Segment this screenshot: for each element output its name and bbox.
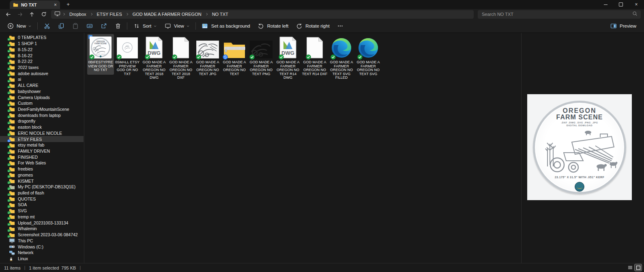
file-item-0small-etsy-preview-god-or-no-txt[interactable]: 0SMALL ETSY PREVIEW GOD OR NO TXT [114, 34, 141, 78]
sidebar-item-for-web-sales[interactable]: For Web Sales [0, 160, 84, 166]
sidebar-item-0-templates[interactable]: 0 TEMPLATES [0, 35, 84, 41]
sidebar-item-kismet[interactable]: KISMET [0, 178, 84, 184]
sidebar-item-gnomes[interactable]: gnomes [0, 172, 84, 178]
sidebar-item-deerfamilymountainscene[interactable]: DeerFamilyMountainScene [0, 106, 84, 112]
details-view-toggle[interactable] [627, 264, 633, 271]
search-box[interactable] [478, 10, 641, 19]
sidebar-item-1-shop-1[interactable]: 1 SHOP 1 [0, 41, 84, 47]
pane-divider[interactable] [84, 33, 84, 263]
synced-badge-icon [7, 73, 11, 76]
sidebar-item-etsy-files[interactable]: ETSY FILES [0, 136, 84, 142]
share-button[interactable] [97, 21, 111, 31]
rotate-left-icon [258, 23, 264, 30]
file-item-god-made-a-farmer-oregon-no-text-2018-dwg[interactable]: DWGGOD MADE A FARMER OREGON NO TEXT 2018… [141, 34, 167, 82]
farm-scene-illustration [539, 127, 620, 176]
file-item-god-made-a-farmer-oregon-no-text-r14-dwg[interactable]: DWGGOD MADE A FARMER OREGON NO TEXT R14 … [275, 34, 301, 82]
file-item-god-made-a-farmer-oregon-no-text-png[interactable]: GOD MADE A FARMER OREGON NO TEXT PNG [248, 34, 275, 78]
breadcrumb-chevron-icon[interactable] [90, 12, 94, 16]
large-thumbnails-view-toggle[interactable] [635, 264, 642, 271]
search-icon[interactable] [632, 11, 638, 18]
sidebar-item-etsy-metal-fab[interactable]: etsy metal fab [0, 142, 84, 148]
breadcrumb-chevron-icon[interactable] [125, 12, 129, 16]
sidebar-item-screenshot-2023-03-06-084742[interactable]: Screenshot 2023-03-06 084742 [0, 232, 84, 238]
sidebar-item-pulled-of-flash[interactable]: pulled of flash [0, 190, 84, 196]
sidebar-item-my-pc-desktop-db13q1e[interactable]: My PC (DESKTOP-DB13Q1E) [0, 184, 84, 190]
breadcrumb-chevron-icon[interactable] [62, 12, 66, 16]
sidebar-item-babyshower[interactable]: babyshower [0, 88, 84, 94]
breadcrumb[interactable]: DropboxETSY FILESGOD MADE A FARMER OREGO… [51, 10, 474, 19]
more-options-button[interactable] [333, 21, 348, 31]
search-input[interactable] [481, 11, 632, 17]
sidebar-item-quotes[interactable]: QUOTES [0, 196, 84, 202]
sidebar-item-whalemin[interactable]: Whalemin [0, 226, 84, 232]
sidebar-item-downloads-from-laptop[interactable]: downloads from laptop [0, 112, 84, 118]
synced-badge-icon [7, 211, 11, 214]
preview-toggle-button[interactable]: Preview [606, 21, 640, 31]
paste-button[interactable] [68, 21, 82, 31]
file-item-god-made-a-farmer-oregon-no-text-r14-dxf[interactable]: GOD MADE A FARMER OREGON NO TEXT R14 DXF [301, 34, 328, 78]
minimize-button[interactable] [598, 0, 613, 9]
sidebar-item-eric-nicole-nicole[interactable]: ERIC NICOLE NICOLE [0, 130, 84, 136]
sidebar-item-label: Whalemin [18, 226, 37, 231]
maximize-button[interactable] [613, 0, 629, 9]
breadcrumb-segment-god-made-a-farmer-oregon[interactable]: GOD MADE A FARMER OREGON [130, 11, 204, 17]
file-item-god-made-a-farmer-oregon-no-text[interactable]: GOD MADE A FARMER OREGON NO TEXT [221, 34, 248, 78]
copy-button[interactable] [54, 21, 68, 31]
sidebar-item-label: For Web Sales [18, 160, 46, 165]
sidebar-item-dragonfly[interactable]: dragonfly [0, 118, 84, 124]
cut-button[interactable] [40, 21, 54, 31]
forward-button[interactable] [14, 10, 26, 19]
refresh-button[interactable] [38, 10, 49, 19]
new-button[interactable]: New [3, 21, 35, 31]
sidebar-item-linux[interactable]: Linux [0, 256, 84, 262]
sidebar-item-easton-block[interactable]: easton block [0, 124, 84, 130]
file-item-god-made-a-farmer-oregon-no-text-svg-filled[interactable]: GOD MADE A FARMER OREGON NO TEXT SVG FIL… [328, 34, 355, 82]
close-button[interactable]: × [629, 0, 644, 9]
rotate-left-button[interactable]: Rotate left [254, 21, 292, 31]
file-item-0bifestypreview-god-or-no-txt[interactable]: ✓OREGONFARM SCENE23.175" X 31.5"0BIFESTY… [87, 34, 114, 75]
breadcrumb-segment-dropbox[interactable]: Dropbox [67, 11, 89, 17]
preview-pane: OREGON FARM SCENE .DXF .DWG .SVG .PNG .J… [522, 33, 644, 263]
rename-button[interactable]: A [82, 21, 97, 31]
sidebar-item-8-15-22[interactable]: 8-15-22 [0, 46, 84, 52]
file-item-god-made-a-farmer-oregon-no-text-jpg[interactable]: GOD MADE A FARMER OREGON NO TEXT JPG [194, 34, 221, 78]
sidebar-item-this-pc[interactable]: This PC [0, 237, 84, 244]
sidebar-item-svg[interactable]: SVG [0, 208, 84, 214]
sidebar-item-freebies[interactable]: freebies [0, 166, 84, 172]
tab-close-icon[interactable]: × [54, 2, 57, 7]
file-item-god-made-a-farmer-oregon-no-text-svg[interactable]: GOD MADE A FARMER OREGON NO TEXT SVG [355, 34, 382, 78]
sidebar-item-windows-c[interactable]: Windows (C:) [0, 244, 84, 250]
sidebar-item-adobe-autosave[interactable]: adobe autosave [0, 70, 84, 76]
sidebar-item-camera-uploads[interactable]: Camera Uploads [0, 94, 84, 100]
view-button[interactable]: View [161, 21, 193, 31]
sidebar-item-2022-taxes[interactable]: 2022 taxes [0, 65, 84, 71]
folder-icon [9, 53, 15, 58]
breadcrumb-chevron-icon[interactable] [205, 12, 209, 16]
sidebar-item-ai[interactable]: ai [0, 76, 84, 82]
sidebar-item-finished[interactable]: FINISHED [0, 154, 84, 160]
chevron-down-icon [28, 24, 32, 28]
sidebar-item-upload-20231003-133134[interactable]: Upload_20231003-133134 [0, 220, 84, 226]
synced-badge-icon [89, 54, 94, 60]
back-button[interactable] [2, 10, 14, 19]
folder-icon [9, 59, 15, 64]
delete-button[interactable] [111, 21, 125, 31]
up-button[interactable] [26, 10, 38, 19]
explorer-tab[interactable]: NO TXT × [10, 0, 60, 9]
sort-button[interactable]: Sort [129, 21, 161, 31]
rotate-right-button[interactable]: Rotate right [292, 21, 333, 31]
set-as-background-button[interactable]: Set as background [198, 21, 254, 31]
sidebar-item-tremp-mt[interactable]: tremp mt [0, 214, 84, 220]
new-tab-button[interactable]: + [65, 1, 71, 8]
sidebar-item-network[interactable]: Network [0, 250, 84, 256]
file-item-god-made-a-farmer-oregon-no-text-2018-dxf[interactable]: GOD MADE A FARMER OREGON NO TEXT 2018 DX… [167, 34, 194, 82]
sidebar-item-8-22-22[interactable]: 8-22-22 [0, 58, 84, 65]
sidebar-item-8-16-22[interactable]: 8-16-22 [0, 52, 84, 58]
breadcrumb-segment-no-txt[interactable]: NO TXT [210, 11, 231, 17]
sidebar-item-all-care[interactable]: ALL CARE [0, 82, 84, 89]
sidebar-item-custom[interactable]: Custom [0, 100, 84, 106]
sidebar-item-family-driven[interactable]: FAMILY DRIVEN [0, 148, 84, 154]
breadcrumb-segment-etsy-files[interactable]: ETSY FILES [94, 11, 125, 17]
preview-dimensions: 23.175" X 31.5" WITH .051" KERF [527, 176, 632, 179]
sidebar-item-soa[interactable]: SOA [0, 202, 84, 208]
